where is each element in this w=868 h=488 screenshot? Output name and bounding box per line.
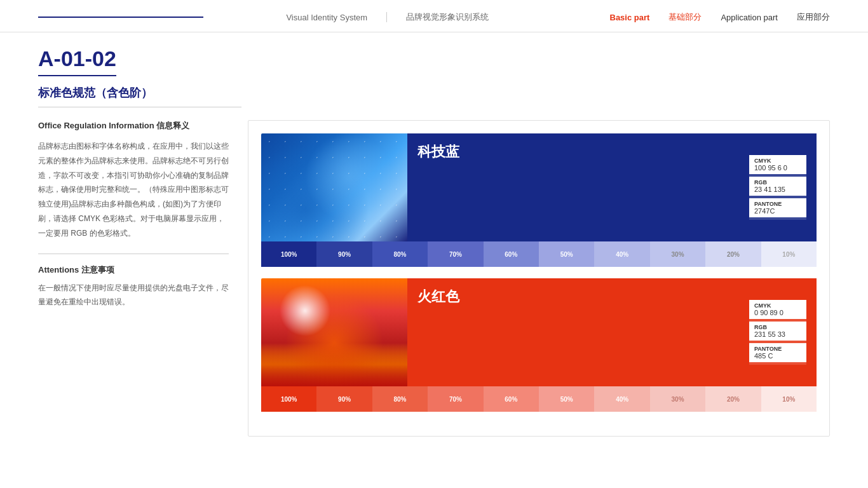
basic-part-en[interactable]: Basic part bbox=[610, 13, 650, 22]
header-right: Basic part 基础部分 Application part 应用部分 bbox=[610, 11, 831, 23]
blue-swatch-40: 40% bbox=[594, 241, 649, 267]
info-heading: Office Regulation Information 信息释义 bbox=[38, 120, 229, 132]
app-part-cn[interactable]: 应用部分 bbox=[797, 11, 830, 23]
blue-pantone-label: PANTONE bbox=[754, 201, 801, 207]
red-color-section: 火红色 CMYK 0 90 89 0 RGB 231 55 33 PANTONE bbox=[261, 278, 817, 412]
blue-pantone-value: 2747C bbox=[754, 207, 801, 215]
header-left bbox=[38, 17, 165, 18]
blue-swatch-60: 60% bbox=[484, 241, 539, 267]
blue-swatch-50: 50% bbox=[539, 241, 594, 267]
red-pantone-box: PANTONE 485 C bbox=[749, 343, 806, 362]
red-image-graphic bbox=[261, 278, 407, 386]
blue-rgb-box: RGB 23 41 135 bbox=[749, 177, 806, 196]
red-swatch-10: 10% bbox=[761, 386, 817, 412]
red-rgb-box: RGB 231 55 33 bbox=[749, 322, 806, 341]
red-rgb-value: 231 55 33 bbox=[754, 330, 801, 338]
blue-color-row: 科技蓝 CMYK 100 95 6 0 RGB 23 41 135 PANTON… bbox=[261, 133, 817, 241]
header: Visual Identity System 品牌视觉形象识别系统 Basic … bbox=[0, 0, 868, 32]
blue-swatch-100: 100% bbox=[261, 241, 316, 267]
red-pantone-label: PANTONE bbox=[754, 346, 801, 352]
basic-part-cn[interactable]: 基础部分 bbox=[668, 11, 702, 23]
left-divider bbox=[38, 254, 229, 254]
blue-color-section: 科技蓝 CMYK 100 95 6 0 RGB 23 41 135 PANTON… bbox=[261, 133, 817, 267]
blue-rgb-label: RGB bbox=[754, 179, 801, 186]
header-center: Visual Identity System 品牌视觉形象识别系统 bbox=[286, 11, 489, 23]
blue-gradient-bar: 100% 90% 80% 70% 60% 50% 40% 30% 20% 10% bbox=[261, 241, 817, 267]
red-color-image bbox=[261, 278, 407, 386]
header-title-cn: 品牌视觉形象识别系统 bbox=[406, 11, 489, 23]
red-swatch-50: 50% bbox=[539, 386, 594, 412]
red-cmyk-value: 0 90 89 0 bbox=[754, 309, 801, 316]
info-body: 品牌标志由图标和字体名称构成，在应用中，我们以这些元素的整体作为品牌标志来使用。… bbox=[38, 139, 229, 241]
red-swatch-20: 20% bbox=[705, 386, 761, 412]
page-subtitle: 标准色规范（含色阶） bbox=[38, 85, 241, 107]
app-part-en[interactable]: Application part bbox=[721, 13, 778, 22]
blue-swatch-80: 80% bbox=[372, 241, 428, 267]
blue-swatch-30: 30% bbox=[650, 241, 705, 267]
red-color-main: 火红色 CMYK 0 90 89 0 RGB 231 55 33 PANTONE bbox=[407, 278, 817, 386]
blue-swatch-20: 20% bbox=[705, 241, 761, 267]
red-swatch-40: 40% bbox=[594, 386, 649, 412]
main-content: Office Regulation Information 信息释义 品牌标志由… bbox=[0, 107, 868, 449]
page-code: A-01-02 bbox=[38, 46, 116, 76]
header-divider bbox=[386, 12, 387, 22]
attentions-body: 在一般情况下使用时应尽量使用提供的光盘电子文件，尽量避免在重绘中出现错误。 bbox=[38, 281, 229, 310]
blue-rgb-value: 23 41 135 bbox=[754, 186, 801, 193]
header-title-en: Visual Identity System bbox=[286, 13, 367, 22]
red-pantone-value: 485 C bbox=[754, 352, 801, 360]
blue-cmyk-label: CMYK bbox=[754, 158, 801, 164]
blue-swatch-10: 10% bbox=[761, 241, 817, 267]
blue-swatch-70: 70% bbox=[428, 241, 483, 267]
red-swatch-100: 100% bbox=[261, 386, 316, 412]
attentions-heading: Attentions 注意事项 bbox=[38, 264, 229, 276]
blue-color-main: 科技蓝 CMYK 100 95 6 0 RGB 23 41 135 PANTON… bbox=[407, 133, 817, 241]
blue-swatch-90: 90% bbox=[316, 241, 372, 267]
red-swatch-80: 80% bbox=[372, 386, 428, 412]
red-swatch-30: 30% bbox=[650, 386, 705, 412]
red-cmyk-label: CMYK bbox=[754, 302, 801, 309]
red-swatch-90: 90% bbox=[316, 386, 372, 412]
red-gradient-bar: 100% 90% 80% 70% 60% 50% 40% 30% 20% 10% bbox=[261, 386, 817, 412]
red-swatch-60: 60% bbox=[484, 386, 539, 412]
red-swatch-70: 70% bbox=[428, 386, 483, 412]
blue-cmyk-box: CMYK 100 95 6 0 bbox=[749, 155, 806, 174]
blue-pantone-box: PANTONE 2747C bbox=[749, 198, 806, 217]
red-cmyk-box: CMYK 0 90 89 0 bbox=[749, 300, 806, 319]
red-color-specs: CMYK 0 90 89 0 RGB 231 55 33 PANTONE 485… bbox=[749, 300, 806, 365]
page-title-area: A-01-02 标准色规范（含色阶） bbox=[0, 32, 868, 107]
blue-cmyk-value: 100 95 6 0 bbox=[754, 164, 801, 172]
red-color-row: 火红色 CMYK 0 90 89 0 RGB 231 55 33 PANTONE bbox=[261, 278, 817, 386]
blue-image-graphic bbox=[261, 133, 407, 241]
blue-color-image bbox=[261, 133, 407, 241]
left-panel: Office Regulation Information 信息释义 品牌标志由… bbox=[38, 120, 229, 437]
right-panel: 科技蓝 CMYK 100 95 6 0 RGB 23 41 135 PANTON… bbox=[248, 120, 830, 437]
blue-color-name: 科技蓝 bbox=[417, 142, 806, 161]
red-color-name: 火红色 bbox=[417, 287, 806, 306]
blue-color-specs: CMYK 100 95 6 0 RGB 23 41 135 PANTONE 27… bbox=[749, 155, 806, 220]
red-rgb-label: RGB bbox=[754, 324, 801, 330]
